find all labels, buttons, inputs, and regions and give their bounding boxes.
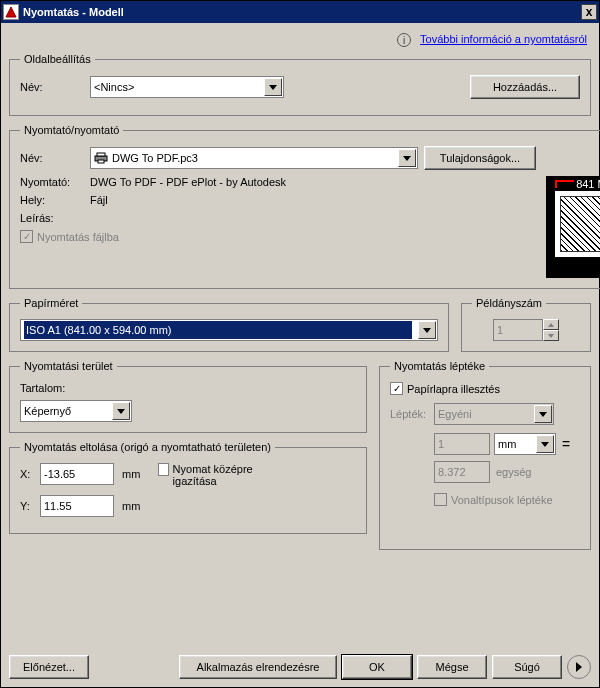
center-checkbox[interactable] [158, 463, 168, 476]
scale-select: Egyéni [434, 403, 554, 425]
printer-place-label: Hely: [20, 194, 90, 206]
paper-size-select[interactable]: ISO A1 (841.00 x 594.00 mm) [20, 319, 438, 341]
bottom-bar: Előnézet... Alkalmazás elrendezésre OK M… [9, 655, 591, 679]
paper-legend: Papírméret [20, 297, 82, 309]
plot-scale-group: Nyomtatás léptéke Papírlapra illesztés L… [379, 360, 591, 550]
app-icon [3, 4, 19, 20]
chevron-down-icon[interactable] [536, 435, 554, 453]
page-name-label: Név: [20, 81, 90, 93]
apply-layout-button[interactable]: Alkalmazás elrendezésre [179, 655, 337, 679]
printer-legend: Nyomtató/nyomtató [20, 124, 123, 136]
spin-up-icon [543, 319, 559, 330]
info-icon: i [397, 33, 411, 47]
plot-to-file-checkbox [20, 230, 33, 243]
window-title: Nyomtatás - Modell [23, 6, 581, 18]
content-value: Képernyő [24, 405, 71, 417]
printer-name-value: DWG To PDF.pc3 [112, 152, 198, 164]
content-label: Tartalom: [20, 382, 356, 394]
x-unit: mm [122, 468, 140, 480]
plot-offset-group: Nyomtatás eltolása (origó a nyomtatható … [9, 441, 367, 534]
printer-icon [94, 152, 108, 164]
printer-place-value: Fájl [90, 194, 108, 206]
scale-label: Lépték: [390, 408, 434, 420]
spin-down-icon [543, 330, 559, 341]
paper-size-value: ISO A1 (841.00 x 594.00 mm) [24, 321, 412, 339]
printer-name-select[interactable]: DWG To PDF.pc3 [90, 147, 418, 169]
fit-to-paper-label: Papírlapra illesztés [407, 383, 500, 395]
x-input[interactable]: -13.65 [40, 463, 114, 485]
paper-preview: 841 MM 594 MM [546, 176, 600, 278]
scale-drawing-input: 1 [434, 433, 490, 455]
page-name-value: <Nincs> [94, 81, 134, 93]
fit-to-paper-checkbox[interactable] [390, 382, 403, 395]
chevron-down-icon[interactable] [398, 149, 416, 167]
titlebar: Nyomtatás - Modell x [1, 1, 599, 23]
page-setup-legend: Oldalbeállítás [20, 53, 95, 65]
y-input[interactable]: 11.55 [40, 495, 114, 517]
preview-button[interactable]: Előnézet... [9, 655, 89, 679]
cancel-button[interactable]: Mégse [417, 655, 487, 679]
plot-offset-legend: Nyomtatás eltolása (origó a nyomtatható … [20, 441, 275, 453]
printer-printer-label: Nyomtató: [20, 176, 90, 188]
copies-legend: Példányszám [472, 297, 546, 309]
y-unit: mm [122, 500, 140, 512]
scale-units-input: 8.372 [434, 461, 490, 483]
copies-group: Példányszám 1 [461, 297, 591, 352]
copies-input: 1 [493, 319, 543, 341]
scale-lineweights-checkbox [434, 493, 447, 506]
page-setup-group: Oldalbeállítás Név: <Nincs> Hozzáadás... [9, 53, 591, 116]
plot-to-file-label: Nyomtatás fájlba [37, 231, 119, 243]
chevron-down-icon[interactable] [418, 321, 436, 339]
plot-area-legend: Nyomtatási terület [20, 360, 117, 372]
equals-sign: = [562, 436, 570, 452]
ok-button[interactable]: OK [342, 655, 412, 679]
svg-rect-1 [97, 153, 105, 156]
plot-scale-legend: Nyomtatás léptéke [390, 360, 489, 372]
printer-group: Nyomtató/nyomtató Név: DWG To PDF.pc3 [9, 124, 600, 289]
printer-name-label: Név: [20, 152, 90, 164]
scale-unit-value: mm [498, 438, 516, 450]
scale-lineweights-label: Vonaltípusok léptéke [451, 494, 553, 506]
scale-value: Egyéni [438, 408, 472, 420]
copies-spinner [543, 319, 559, 341]
expand-button[interactable] [567, 655, 591, 679]
add-button[interactable]: Hozzáadás... [470, 75, 580, 99]
more-info-link[interactable]: További információ a nyomtatásról [420, 33, 587, 45]
center-label: Nyomat középre igazítása [173, 463, 269, 487]
printer-properties-button[interactable]: Tulajdonságok... [424, 146, 536, 170]
help-button[interactable]: Súgó [492, 655, 562, 679]
plot-area-group: Nyomtatási terület Tartalom: Képernyő [9, 360, 367, 433]
page-name-select[interactable]: <Nincs> [90, 76, 284, 98]
printer-desc-label: Leírás: [20, 212, 90, 224]
y-label: Y: [20, 500, 40, 512]
content-select[interactable]: Képernyő [20, 400, 132, 422]
paper-size-group: Papírméret ISO A1 (841.00 x 594.00 mm) [9, 297, 449, 352]
chevron-down-icon [534, 405, 552, 423]
chevron-down-icon[interactable] [264, 78, 282, 96]
scale-unit-select[interactable]: mm [494, 433, 556, 455]
printer-printer-value: DWG To PDF - PDF ePlot - by Autodesk [90, 176, 286, 188]
svg-rect-2 [98, 160, 104, 163]
preview-width: 841 MM [574, 178, 600, 190]
scale-unit-word: egység [496, 466, 531, 478]
x-label: X: [20, 468, 40, 480]
chevron-down-icon[interactable] [112, 402, 130, 420]
close-button[interactable]: x [581, 4, 597, 20]
